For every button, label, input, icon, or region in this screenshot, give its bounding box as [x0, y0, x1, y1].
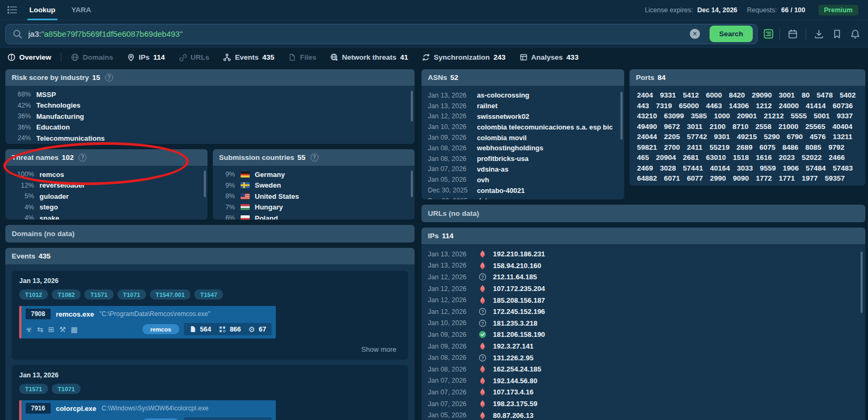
mitre-tag[interactable]: T1071 — [117, 289, 146, 300]
asn-row[interactable]: Jan 10, 2026 colombia telecomunicaciones… — [428, 122, 618, 132]
ip-row[interactable]: Jan 12, 2026 ? 212.11.64.185 — [428, 271, 859, 283]
scrollbar[interactable] — [411, 171, 413, 197]
asn-row[interactable]: Jan 07, 2026 vdsina-as — [428, 164, 618, 175]
country-row[interactable]: 9% Sweden — [219, 180, 409, 191]
port-value[interactable]: 9792 — [829, 143, 845, 151]
mitre-tag[interactable]: T1547.001 — [150, 289, 190, 300]
port-value[interactable]: 65000 — [679, 102, 699, 110]
ip-row[interactable]: Jan 05, 2026 ? 80.87.206.13 — [428, 409, 859, 420]
country-row[interactable]: 9% Germany — [219, 169, 409, 180]
port-value[interactable]: 12760 — [637, 185, 657, 186]
port-value[interactable]: 2558 — [755, 123, 771, 131]
risk-row[interactable]: 24% Telecommunications — [12, 133, 408, 144]
port-value[interactable]: 13211 — [833, 133, 853, 141]
asn-row[interactable]: Jan 13, 2026 railnet — [428, 101, 618, 111]
port-value[interactable]: 9331 — [660, 91, 676, 99]
port-value[interactable]: 5290 — [764, 133, 780, 141]
port-value[interactable]: 2700 — [664, 143, 680, 151]
show-more-link[interactable]: Show more — [19, 345, 401, 353]
port-value[interactable]: 465 — [637, 154, 649, 161]
ip-row[interactable]: Jan 07, 2026 ? 198.23.175.59 — [428, 398, 859, 410]
port-value[interactable]: 6077 — [687, 174, 703, 182]
port-value[interactable]: 5555 — [791, 112, 807, 120]
asn-row[interactable]: Jan 05, 2026 ovh — [428, 174, 618, 185]
country-row[interactable]: 7% Hungary — [219, 202, 409, 213]
port-value[interactable]: 6071 — [664, 174, 680, 182]
port-value[interactable]: 29090 — [752, 91, 772, 99]
risk-row[interactable]: 68% MSSP — [12, 89, 408, 100]
port-value[interactable]: 8420 — [729, 91, 745, 99]
threat-row[interactable]: 4% snake — [12, 213, 201, 220]
asn-row[interactable]: Dec 30, 2025 datawagon — [428, 196, 618, 199]
ip-row[interactable]: Jan 12, 2026 ? 172.245.152.196 — [428, 306, 859, 318]
asn-row[interactable]: Jan 09, 2026 colombia movil — [428, 132, 618, 143]
tab-analyses[interactable]: Analyses433 — [520, 53, 579, 61]
port-value[interactable]: 43210 — [637, 112, 657, 120]
tab-network-threats[interactable]: Network threats41 — [330, 53, 408, 61]
port-value[interactable]: 5412 — [683, 91, 699, 99]
download-icon[interactable] — [814, 29, 824, 39]
port-value[interactable]: 1977 — [802, 174, 818, 182]
ip-row[interactable]: Jan 08, 2026 ? 162.254.24.185 — [428, 364, 859, 375]
port-value[interactable]: 20901 — [737, 112, 757, 120]
port-value[interactable]: 9090 — [733, 174, 749, 182]
port-value[interactable]: 57484 — [806, 164, 826, 172]
port-value[interactable]: 2023 — [779, 154, 795, 161]
ip-row[interactable]: Jan 07, 2026 ? 107.173.4.16 — [428, 386, 859, 398]
asn-row[interactable]: Dec 30, 2025 contabo-40021 — [428, 185, 618, 196]
asn-row[interactable]: Jan 13, 2026 as-colocrossing — [428, 90, 618, 101]
ip-row[interactable]: Jan 10, 2026 ? 181.235.3.218 — [428, 318, 859, 329]
port-value[interactable]: 80 — [802, 91, 810, 99]
port-value[interactable]: 1616 — [756, 154, 772, 161]
port-value[interactable]: 41414 — [806, 102, 826, 110]
calendar-icon[interactable] — [787, 29, 798, 39]
port-value[interactable]: 21212 — [764, 112, 784, 120]
port-value[interactable]: 5478 — [817, 91, 833, 99]
port-value[interactable]: 49490 — [637, 123, 657, 131]
tab-yara[interactable]: YARA — [71, 0, 91, 20]
scrollbar[interactable] — [620, 92, 623, 140]
threat-row[interactable]: 12% reverseloader — [12, 180, 201, 191]
mitre-tag[interactable]: T1571 — [84, 289, 113, 300]
tab-ips[interactable]: IPs114 — [127, 53, 165, 61]
threat-badge[interactable]: remcos — [142, 324, 179, 334]
risk-row[interactable]: 14% Energy — [12, 144, 408, 144]
port-value[interactable]: 2466 — [829, 154, 845, 161]
search-input[interactable]: ja3:"a85be79f7b569f1df5e6087b69deb493" ✕… — [5, 24, 758, 44]
port-value[interactable]: 3033 — [737, 164, 753, 172]
port-value[interactable]: 2689 — [736, 143, 752, 151]
clear-search-button[interactable]: ✕ — [690, 29, 700, 39]
scrollbar[interactable] — [411, 91, 413, 122]
port-value[interactable]: 49215 — [737, 133, 757, 141]
port-value[interactable]: 2990 — [710, 174, 726, 182]
port-value[interactable]: 40164 — [710, 164, 730, 172]
port-value[interactable]: 25565 — [806, 123, 826, 131]
threat-row[interactable]: 4% stego — [12, 202, 201, 213]
port-value[interactable]: 52022 — [802, 154, 822, 161]
threat-row[interactable]: 5% guloader — [12, 191, 201, 202]
port-value[interactable]: 8085 — [806, 143, 822, 151]
process-row[interactable]: 7908 remcos.exe "C:\ProgramData\Remcos\r… — [19, 306, 276, 338]
scrollbar[interactable] — [861, 252, 863, 313]
country-row[interactable]: 6% Poland — [219, 213, 409, 220]
port-value[interactable]: 7319 — [656, 102, 672, 110]
port-value[interactable]: 24044 — [637, 133, 657, 141]
asn-row[interactable]: Jan 08, 2026 webhostingholdings — [428, 143, 618, 154]
port-value[interactable]: 1772 — [756, 174, 772, 182]
mitre-tag[interactable]: T1082 — [52, 289, 81, 300]
ip-row[interactable]: Jan 09, 2026 ? 192.3.27.141 — [428, 341, 859, 352]
bookmark-icon[interactable] — [832, 29, 842, 39]
port-value[interactable]: 63010 — [706, 154, 726, 161]
port-value[interactable]: 3011 — [687, 123, 703, 131]
port-value[interactable]: 1212 — [756, 102, 772, 110]
threat-row[interactable]: 100% remcos — [12, 169, 201, 180]
port-value[interactable]: 1518 — [733, 154, 749, 161]
menu-list-icon[interactable] — [7, 5, 18, 14]
tab-lookup[interactable]: Lookup — [29, 0, 55, 20]
port-value[interactable]: 57742 — [687, 133, 707, 141]
port-value[interactable]: 59821 — [637, 143, 657, 151]
mitre-tag[interactable]: T1012 — [19, 289, 48, 300]
ip-row[interactable]: Jan 07, 2026 ? 192.144.56.80 — [428, 375, 859, 387]
ip-row[interactable]: Jan 12, 2026 ? 107.172.235.204 — [428, 283, 859, 295]
ip-row[interactable]: Jan 13, 2026 ? 192.210.186.231 — [428, 248, 859, 260]
